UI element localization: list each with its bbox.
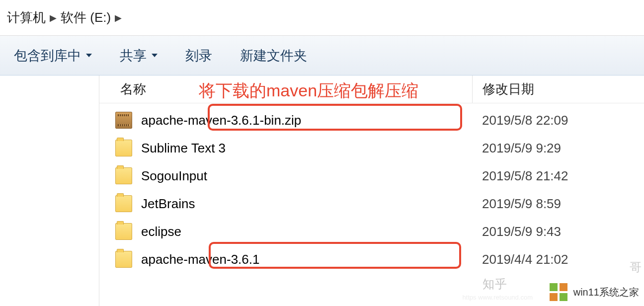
toolbar-label: 共享	[120, 47, 147, 65]
sidebar	[0, 76, 99, 306]
folder-icon	[115, 140, 132, 156]
watermark-zhihu: 知乎	[483, 276, 507, 292]
file-date: 2019/5/9 8:59	[472, 196, 644, 212]
file-list: apache-maven-3.6.1-bin.zip 2019/5/8 22:0…	[99, 103, 644, 273]
table-row[interactable]: SogouInput 2019/5/8 21:42	[99, 162, 644, 190]
file-date: 2019/4/4 21:02	[472, 252, 644, 267]
annotation-overlay: 将下载的maven压缩包解压缩	[199, 79, 418, 102]
table-row[interactable]: Sublime Text 3 2019/5/9 9:29	[99, 134, 644, 162]
file-date: 2019/5/8 21:42	[472, 168, 644, 184]
share-button[interactable]: 共享	[106, 47, 171, 65]
new-folder-button[interactable]: 新建文件夹	[226, 47, 321, 65]
burn-button[interactable]: 刻录	[171, 47, 226, 65]
file-name: apache-maven-3.6.1	[141, 252, 259, 267]
folder-icon	[115, 167, 132, 184]
column-header-date[interactable]: 修改日期	[472, 76, 644, 103]
folder-icon	[115, 223, 132, 240]
breadcrumb[interactable]: 计算机 ▶ 软件 (E:) ▶	[0, 0, 644, 36]
file-list-pane: 将下载的maven压缩包解压缩 名称 修改日期 apache-maven-3.6…	[99, 76, 644, 306]
file-name: JetBrains	[141, 196, 195, 212]
logo-icon	[549, 282, 568, 302]
chevron-down-icon	[152, 54, 158, 57]
file-name: Sublime Text 3	[141, 141, 226, 156]
include-in-library-button[interactable]: 包含到库中	[0, 47, 106, 65]
table-row[interactable]: apache-maven-3.6.1 2019/4/4 21:02	[99, 245, 644, 273]
table-row[interactable]: apache-maven-3.6.1-bin.zip 2019/5/8 22:0…	[99, 106, 644, 134]
table-row[interactable]: eclipse 2019/5/9 9:43	[99, 218, 644, 245]
folder-icon	[115, 251, 132, 268]
file-name: apache-maven-3.6.1-bin.zip	[141, 113, 301, 128]
toolbar-label: 新建文件夹	[240, 47, 307, 65]
watermark-text: win11系统之家	[573, 286, 639, 299]
file-name: eclipse	[141, 224, 181, 239]
breadcrumb-item-computer[interactable]: 计算机	[7, 9, 46, 26]
watermark-url: https www.retsound.com	[462, 294, 533, 301]
folder-icon	[115, 195, 132, 212]
chevron-down-icon	[86, 54, 92, 57]
file-date: 2019/5/9 9:29	[472, 141, 644, 156]
file-name: SogouInput	[141, 168, 207, 184]
breadcrumb-item-drive[interactable]: 软件 (E:)	[61, 9, 111, 26]
watermark-win11: win11系统之家	[549, 282, 639, 302]
file-date: 2019/5/8 22:09	[472, 113, 644, 128]
toolbar-label: 包含到库中	[14, 47, 81, 65]
watermark-corner: 哥	[630, 259, 642, 275]
toolbar-label: 刻录	[185, 47, 212, 65]
chevron-right-icon[interactable]: ▶	[50, 12, 57, 23]
file-date: 2019/5/9 9:43	[472, 224, 644, 239]
archive-icon	[115, 112, 132, 129]
toolbar: 包含到库中 共享 刻录 新建文件夹	[0, 36, 644, 76]
table-row[interactable]: JetBrains 2019/5/9 8:59	[99, 190, 644, 218]
chevron-right-icon[interactable]: ▶	[115, 12, 122, 23]
